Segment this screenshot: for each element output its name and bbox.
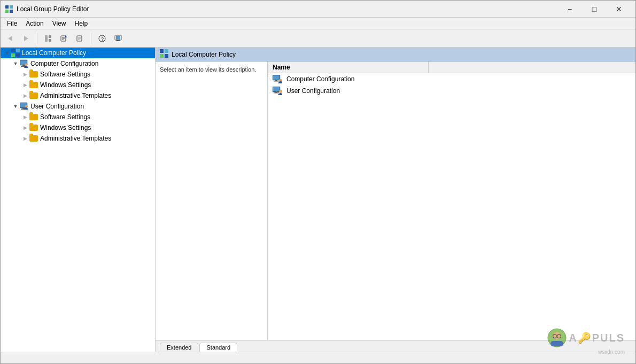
svg-rect-20 [116, 36, 120, 40]
right-header-title: Local Computer Policy [172, 51, 236, 58]
back-button[interactable] [3, 32, 18, 45]
export-button[interactable] [57, 32, 72, 45]
computer-button[interactable] [111, 32, 126, 45]
menu-file[interactable]: File [3, 19, 21, 28]
folder-icon-at2 [29, 134, 38, 143]
svg-rect-8 [49, 39, 51, 42]
right-content: Select an item to view its description. … [156, 61, 635, 340]
tree-toggle-ws2: ▶ [21, 123, 29, 132]
description-text: Select an item to view its description. [160, 66, 256, 73]
tree-item-root[interactable]: ▼ Local Computer Policy [1, 48, 155, 58]
tree-item-user-config[interactable]: ▼ User Configuration [1, 101, 155, 112]
minimize-button[interactable]: − [557, 1, 582, 18]
title-bar: Local Group Policy Editor − □ ✕ [1, 1, 635, 18]
svg-rect-21 [117, 40, 120, 41]
svg-rect-7 [49, 35, 51, 38]
tree-label-windows-settings-2: Windows Settings [40, 124, 91, 131]
svg-text:?: ? [101, 36, 104, 42]
list-item-icon-user [273, 87, 283, 95]
menu-view[interactable]: View [48, 19, 71, 28]
app-icon [5, 5, 13, 13]
list-item-user-config[interactable]: User Configuration [268, 85, 635, 97]
tree-item-computer-config[interactable]: ▼ Computer Configuration [1, 58, 155, 69]
svg-point-31 [25, 64, 28, 66]
toolbar-separator-1 [37, 33, 37, 44]
tree-toggle-at2: ▶ [21, 134, 29, 143]
svg-rect-39 [160, 54, 164, 58]
back-icon [7, 35, 13, 42]
properties-button[interactable] [73, 32, 88, 45]
tree-item-windows-settings-1[interactable]: ▶ Windows Settings [1, 80, 155, 90]
svg-rect-42 [273, 75, 280, 80]
svg-rect-25 [11, 53, 15, 57]
menu-help[interactable]: Help [71, 19, 92, 28]
tab-standard[interactable]: Standard [199, 343, 237, 352]
show-hide-icon [44, 35, 52, 42]
right-header-icon [160, 49, 168, 59]
svg-rect-22 [116, 41, 120, 41]
help-icon: ? [98, 35, 106, 42]
right-panel-header: Local Computer Policy [156, 48, 635, 61]
svg-marker-4 [8, 36, 12, 41]
tree-label-admin-templates-1: Administrative Templates [40, 92, 111, 99]
list-body: Computer Configuration [268, 73, 635, 340]
tree-toggle-ss2: ▶ [21, 113, 29, 121]
help-button[interactable]: ? [95, 32, 110, 45]
folder-icon-at1 [29, 91, 38, 100]
status-bar [1, 352, 635, 363]
window-title: Local Group Policy Editor [17, 5, 89, 13]
list-item-label-computer: Computer Configuration [286, 75, 354, 83]
tree-label-user-config: User Configuration [30, 103, 84, 110]
watermark-text: A🔑PULS [569, 331, 625, 344]
tree-item-windows-settings-2[interactable]: ▶ Windows Settings [1, 122, 155, 133]
main-window: Local Group Policy Editor − □ ✕ File Act… [0, 0, 636, 364]
tree-label-computer-config: Computer Configuration [30, 60, 98, 67]
tree-toggle-computer-config: ▼ [11, 59, 20, 68]
svg-rect-48 [275, 92, 277, 92]
tree-label-software-settings-1: Software Settings [40, 71, 90, 78]
tree-item-software-settings-1[interactable]: ▶ Software Settings [1, 69, 155, 80]
close-button[interactable]: ✕ [607, 1, 631, 18]
tree-toggle-root: ▼ [3, 49, 11, 57]
tree-item-software-settings-2[interactable]: ▶ Software Settings [1, 112, 155, 122]
tree-label-admin-templates-2: Administrative Templates [40, 135, 111, 142]
svg-rect-44 [274, 81, 279, 82]
title-bar-controls: − □ ✕ [557, 1, 631, 18]
toolbar-separator-2 [91, 33, 91, 44]
svg-rect-0 [5, 5, 9, 9]
menu-action[interactable]: Action [21, 19, 48, 28]
export-icon [60, 35, 68, 42]
col-header-name: Name [268, 61, 429, 73]
tree-label-root: Local Computer Policy [22, 49, 86, 57]
folder-icon-ss1 [29, 70, 38, 79]
svg-rect-6 [45, 35, 48, 42]
title-bar-left: Local Group Policy Editor [5, 5, 89, 13]
tree-toggle-ss1: ▶ [21, 70, 29, 79]
list-item-computer-config[interactable]: Computer Configuration [268, 73, 635, 85]
folder-icon-ws2 [29, 123, 38, 132]
forward-button[interactable] [19, 32, 34, 45]
tree-toggle-user-config: ▼ [11, 102, 20, 111]
show-hide-button[interactable] [41, 32, 56, 45]
svg-rect-49 [274, 92, 279, 94]
svg-rect-43 [275, 80, 277, 81]
description-panel: Select an item to view its description. [156, 61, 268, 340]
tree-label-software-settings-2: Software Settings [40, 113, 90, 121]
tab-extended[interactable]: Extended [160, 343, 198, 352]
svg-rect-53 [550, 341, 563, 346]
forward-icon [23, 35, 29, 42]
svg-point-50 [279, 90, 282, 93]
properties-icon [76, 35, 84, 42]
tree-toggle-ws1: ▶ [21, 81, 29, 89]
svg-rect-2 [5, 10, 9, 13]
watermark-site: wsxdn.com [598, 349, 625, 355]
svg-marker-5 [24, 36, 28, 41]
tree-item-admin-templates-2[interactable]: ▶ Administrative Templates [1, 133, 155, 144]
tree-item-admin-templates-1[interactable]: ▶ Administrative Templates [1, 90, 155, 101]
folder-icon-ss2 [29, 113, 38, 121]
menu-bar: File Action View Help [1, 18, 635, 29]
maximize-button[interactable]: □ [582, 1, 607, 18]
left-panel: ▼ Local Computer Policy ▼ [1, 48, 156, 352]
computer-config-icon [20, 59, 28, 68]
svg-rect-26 [16, 53, 20, 57]
